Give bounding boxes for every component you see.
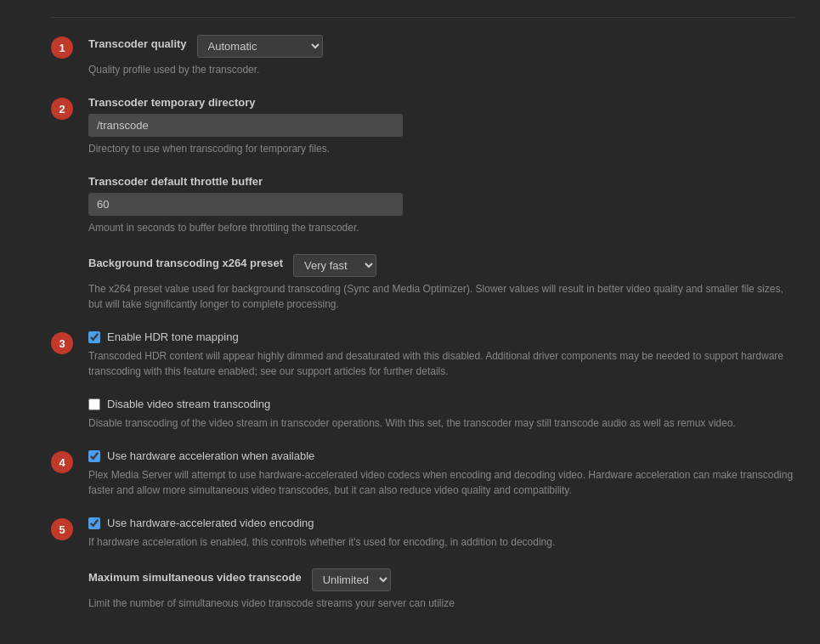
transcoder-quality-label: Transcoder quality xyxy=(88,37,187,50)
hw-video-encoding-desc: If hardware acceleration is enabled, thi… xyxy=(88,534,795,550)
step-badge-2: 2 xyxy=(51,98,73,120)
hw-video-encoding-checkbox[interactable] xyxy=(88,517,100,529)
hw-acceleration-label: Use hardware acceleration when available xyxy=(107,449,314,462)
max-transcode-select[interactable]: Unlimited 1 2 3 4 5 6 7 8 xyxy=(312,568,391,591)
disable-video-stream-label: Disable video stream transcoding xyxy=(107,398,270,410)
transcoder-quality-desc: Quality profile used by the transcoder. xyxy=(88,62,795,77)
temp-dir-label: Transcoder temporary directory xyxy=(88,96,795,109)
hdr-tone-mapping-desc: Transcoded HDR content will appear highl… xyxy=(88,348,795,379)
step-badge-1: 1 xyxy=(51,37,73,59)
hw-acceleration-desc: Plex Media Server will attempt to use ha… xyxy=(88,467,795,498)
hw-video-encoding-label: Use hardware-accelerated video encoding xyxy=(107,517,314,529)
disable-video-stream-checkbox[interactable] xyxy=(88,398,100,410)
hdr-tone-mapping-checkbox[interactable] xyxy=(88,331,100,343)
max-transcode-desc: Limit the number of simultaneous video t… xyxy=(88,596,795,611)
temp-dir-input[interactable] xyxy=(88,114,403,137)
step-badge-3: 3 xyxy=(51,332,73,354)
x264-preset-label: Background transcoding x264 preset xyxy=(88,257,283,269)
hdr-tone-mapping-label: Enable HDR tone mapping xyxy=(107,330,239,343)
temp-dir-desc: Directory to use when transcoding for te… xyxy=(88,141,795,156)
step-badge-5: 5 xyxy=(51,518,73,540)
throttle-buffer-desc: Amount in seconds to buffer before throt… xyxy=(88,220,795,235)
throttle-buffer-input[interactable] xyxy=(88,193,403,216)
hw-acceleration-checkbox[interactable] xyxy=(88,450,100,462)
step-badge-4: 4 xyxy=(51,451,73,473)
max-transcode-label: Maximum simultaneous video transcode xyxy=(88,571,302,584)
x264-preset-select[interactable]: Ultra fast Super fast Very fast Faster F… xyxy=(293,254,376,277)
x264-preset-desc: The x264 preset value used for backgroun… xyxy=(88,281,795,312)
throttle-buffer-label: Transcoder default throttle buffer xyxy=(88,175,795,188)
disable-video-stream-desc: Disable transcoding of the video stream … xyxy=(88,415,795,431)
transcoder-quality-select[interactable]: Automatic Make my CPU hurt Highest High … xyxy=(197,35,323,58)
